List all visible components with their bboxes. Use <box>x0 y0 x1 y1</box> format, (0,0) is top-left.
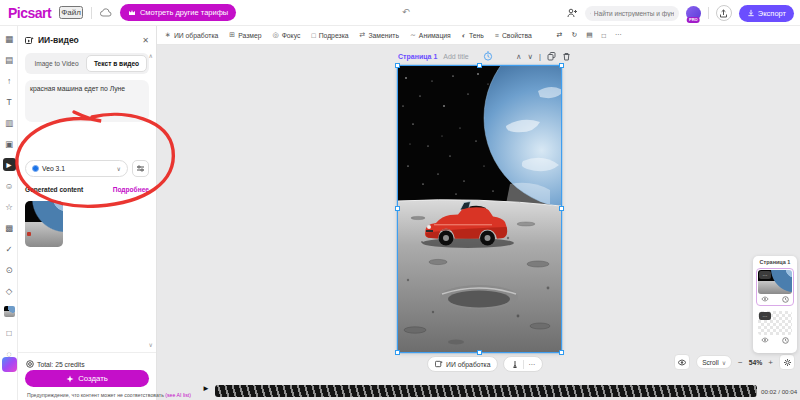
sidebar-tool-video-icon[interactable]: ► <box>3 158 16 171</box>
sidebar-tool-photos-icon[interactable]: ▣ <box>3 137 16 150</box>
frame-icon[interactable]: □ <box>602 31 606 39</box>
sidebar-tool-effects-icon[interactable]: ⊙ <box>3 263 16 276</box>
sidebar-tool-templates-icon[interactable]: ▤ <box>3 53 16 66</box>
model-select[interactable]: Veo 3.1 ∨ <box>25 160 128 177</box>
search-icon <box>590 10 591 17</box>
upgrade-plans-button[interactable]: Смотреть другие тарифы <box>120 4 236 21</box>
resize-handle-top-right[interactable] <box>559 63 564 68</box>
layer-empty-card[interactable]: ⋯ <box>756 309 794 347</box>
undo-button[interactable]: ↶ <box>402 7 410 17</box>
generated-video-thumbnail[interactable] <box>25 201 63 247</box>
tab-image-to-video[interactable]: Image to Video <box>27 55 86 72</box>
layer-video-card[interactable]: ⋯ <box>756 268 794 306</box>
canvas-video-frame[interactable] <box>398 66 561 352</box>
resize-handle-left[interactable] <box>395 206 400 211</box>
sidebar-tool-layouts-icon[interactable]: ▥ <box>3 116 16 129</box>
tab-text-to-video[interactable]: Текст в видео <box>86 55 147 72</box>
sidebar-tool-upload-icon[interactable]: ↑ <box>3 74 16 87</box>
close-icon[interactable]: ✕ <box>142 36 149 45</box>
timeline-filmstrip[interactable] <box>215 385 757 397</box>
file-menu[interactable]: Файл <box>59 6 83 19</box>
ai-video-icon <box>25 36 34 45</box>
model-veo-icon <box>32 165 39 172</box>
layers-panel: Страница 1 ⋯ ⋯ <box>753 256 797 353</box>
trim-icon: □ <box>311 32 315 39</box>
zoom-out-button[interactable]: − <box>738 358 743 367</box>
coin-icon <box>26 360 34 368</box>
rotate-icon[interactable]: ↻ <box>572 31 578 39</box>
layer-drag-handle[interactable]: ⋯ <box>759 271 771 279</box>
model-settings-button[interactable] <box>132 160 149 177</box>
search-bar[interactable] <box>585 6 679 21</box>
create-button[interactable]: Создать <box>25 370 149 387</box>
prompt-input[interactable]: красная машина едет по Луне <box>25 80 149 122</box>
more-options-icon[interactable]: ⋯ <box>615 31 622 39</box>
resize-handle-bottom-left[interactable] <box>395 350 400 355</box>
sidebar-tool-background-icon[interactable]: ▩ <box>3 221 16 234</box>
move-down-icon[interactable]: ∨ <box>528 52 534 61</box>
zoom-level[interactable]: 54% <box>749 359 763 366</box>
layers-icon[interactable]: ▤ <box>586 31 592 39</box>
pen-tool-icon[interactable] <box>511 360 519 369</box>
details-link[interactable]: Подробнее <box>113 186 149 193</box>
shadow-icon: ◐ <box>462 32 466 39</box>
header-right-group: PRO Экспорт <box>567 0 794 26</box>
zoom-in-button[interactable]: + <box>768 358 773 367</box>
toolbar-animation-button[interactable]: ∼ Анимация <box>410 31 451 39</box>
more-actions-icon[interactable]: ··· <box>528 361 535 368</box>
replace-icon: ⇄ <box>360 31 366 39</box>
toolbar-focus-button[interactable]: ◎ Фокус <box>273 31 301 39</box>
duration-timer-icon[interactable] <box>483 51 493 61</box>
scroll-mode-select[interactable]: Scroll ∨ <box>696 355 732 369</box>
avatar[interactable]: PRO <box>686 6 701 21</box>
sidebar-tool-image-icon[interactable] <box>3 305 16 318</box>
layer-visibility-icon[interactable] <box>761 296 769 303</box>
view-settings-icon[interactable] <box>779 354 795 370</box>
toolbar-resize-button[interactable]: ⊞ Размер <box>229 31 261 39</box>
layer-duration-icon-2[interactable] <box>782 337 789 344</box>
duplicate-icon[interactable] <box>547 52 556 61</box>
sidebar-tool-draw-icon[interactable]: ✓ <box>3 242 16 255</box>
toolbar-replace-button[interactable]: ⇄ Заменить <box>360 31 399 39</box>
add-title-button[interactable]: Add title <box>443 53 468 60</box>
layer-drag-handle-2[interactable]: ⋯ <box>759 312 771 320</box>
ai-list-link[interactable]: (see AI list) <box>165 392 191 398</box>
sidebar-tool-text-icon[interactable]: T <box>3 95 16 108</box>
sidebar-tool-elements-icon[interactable]: ☆ <box>3 200 16 213</box>
panel-scroll-down[interactable]: ∨ <box>149 341 153 348</box>
search-input[interactable] <box>594 10 674 17</box>
cloud-sync-icon[interactable] <box>100 8 112 18</box>
resize-handle-top[interactable] <box>477 63 482 68</box>
export-button[interactable]: Экспорт <box>739 5 794 22</box>
play-button[interactable]: ► <box>202 384 210 393</box>
invite-user-icon[interactable] <box>567 8 578 18</box>
share-icon <box>719 9 728 18</box>
move-up-icon[interactable]: ∧ <box>516 52 522 61</box>
layer-duration-icon[interactable] <box>782 296 789 303</box>
sidebar-tool-shapes-icon[interactable]: ◇ <box>3 284 16 297</box>
toolbar-ai-edit-button[interactable]: ∗ ИИ обработка <box>165 31 218 39</box>
panel-scroll-up[interactable]: ∧ <box>149 52 153 59</box>
sidebar-tool-stickers-icon[interactable]: ☺ <box>3 179 16 192</box>
preview-eye-icon[interactable] <box>674 354 690 370</box>
sidebar-tool-collage-icon[interactable]: ▦ <box>3 32 16 45</box>
resize-handle-right[interactable] <box>559 206 564 211</box>
resize-handle-bottom-right[interactable] <box>559 350 564 355</box>
picsart-logo: Picsart <box>8 5 51 21</box>
canvas-ai-edit-button[interactable]: ИИ обработка <box>435 360 490 368</box>
delete-icon[interactable] <box>562 52 571 61</box>
resize-handle-bottom[interactable] <box>477 350 482 355</box>
chevron-down-icon: ∨ <box>722 359 726 366</box>
toolbar-properties-button[interactable]: ≡ Свойства <box>495 32 532 39</box>
toolbar-shadow-button[interactable]: ◐ Тень <box>462 32 484 39</box>
flip-icon[interactable]: ⇄ <box>557 31 563 39</box>
page-label[interactable]: Страница 1 <box>398 53 437 60</box>
toolbar-trim-button[interactable]: □ Подрезка <box>311 32 348 39</box>
ai-assistant-icon[interactable] <box>2 357 17 372</box>
panel-title: ИИ-видео <box>38 35 79 45</box>
share-button[interactable] <box>716 5 732 21</box>
sidebar-tool-pages-icon[interactable]: □ <box>3 326 16 339</box>
sliders-icon <box>136 164 145 173</box>
resize-handle-top-left[interactable] <box>395 63 400 68</box>
layer-visibility-icon-2[interactable] <box>761 337 769 344</box>
